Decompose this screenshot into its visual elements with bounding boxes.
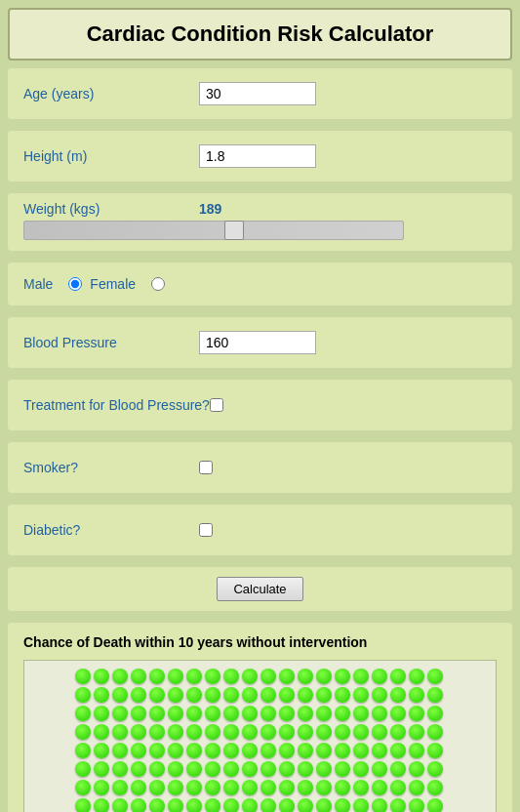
dot-cell bbox=[242, 724, 258, 740]
dot-cell bbox=[372, 743, 387, 758]
gender-female-radio[interactable] bbox=[151, 277, 165, 291]
bp-treatment-checkbox[interactable] bbox=[210, 398, 223, 412]
dot-cell bbox=[316, 687, 332, 703]
dot-cell bbox=[316, 669, 332, 684]
app-header: Cardiac Condition Risk Calculator bbox=[8, 8, 512, 61]
gender-female-label: Female bbox=[90, 276, 136, 292]
weight-slider-container bbox=[23, 217, 497, 243]
smoker-checkbox[interactable] bbox=[199, 461, 213, 474]
dot-cell bbox=[279, 743, 295, 758]
dot-cell bbox=[112, 798, 128, 812]
dot-cell bbox=[298, 669, 313, 684]
dot-cell bbox=[149, 761, 165, 777]
dot-cell bbox=[223, 669, 239, 684]
dot-cell bbox=[335, 687, 350, 703]
dot-cell bbox=[260, 761, 276, 777]
dot-cell bbox=[112, 780, 128, 795]
dot-cell bbox=[94, 761, 109, 777]
dot-cell bbox=[149, 687, 165, 703]
dot-cell bbox=[372, 798, 387, 812]
dot-cell bbox=[390, 743, 406, 758]
dot-cell bbox=[75, 780, 91, 795]
bp-treatment-row: Treatment for Blood Pressure? bbox=[23, 387, 497, 423]
gender-male-radio[interactable] bbox=[68, 277, 82, 291]
dot-cell bbox=[149, 724, 165, 740]
dot-cell bbox=[131, 798, 146, 812]
dot-cell bbox=[131, 780, 146, 795]
smoker-section: Smoker? bbox=[8, 442, 512, 493]
dot-cell bbox=[409, 743, 424, 758]
dot-cell bbox=[75, 724, 91, 740]
dot-cell bbox=[168, 669, 183, 684]
dot-cell bbox=[372, 706, 387, 721]
smoker-label: Smoker? bbox=[23, 460, 199, 475]
smoker-row: Smoker? bbox=[23, 450, 497, 485]
calculate-button[interactable]: Calculate bbox=[217, 577, 302, 601]
dot-cell bbox=[168, 706, 183, 721]
dot-cell bbox=[279, 724, 295, 740]
dot-cell bbox=[316, 706, 332, 721]
dot-cell bbox=[223, 743, 239, 758]
height-label: Height (m) bbox=[23, 148, 199, 164]
dot-cell bbox=[112, 706, 128, 721]
dot-cell bbox=[223, 761, 239, 777]
dot-cell bbox=[409, 669, 424, 684]
dot-cell bbox=[427, 798, 443, 812]
dot-cell bbox=[94, 669, 109, 684]
dot-cell bbox=[335, 724, 350, 740]
dot-cell bbox=[186, 761, 202, 777]
dot-cell bbox=[335, 669, 350, 684]
dot-cell bbox=[409, 798, 424, 812]
dot-cell bbox=[335, 798, 350, 812]
dot-cell bbox=[94, 706, 109, 721]
bp-label: Blood Pressure bbox=[23, 335, 199, 350]
dot-cell bbox=[316, 780, 332, 795]
dot-cell bbox=[242, 798, 258, 812]
dot-cell bbox=[279, 798, 295, 812]
height-input[interactable] bbox=[199, 144, 316, 168]
dot-cell bbox=[94, 724, 109, 740]
dot-grid-container bbox=[23, 660, 497, 812]
dot-cell bbox=[75, 687, 91, 703]
dot-cell bbox=[205, 669, 220, 684]
age-section: Age (years) bbox=[8, 68, 512, 119]
bp-row: Blood Pressure bbox=[23, 325, 497, 360]
diabetic-label: Diabetic? bbox=[23, 522, 199, 538]
dot-cell bbox=[390, 724, 406, 740]
dot-cell bbox=[427, 780, 443, 795]
dot-cell bbox=[409, 687, 424, 703]
dot-cell bbox=[409, 706, 424, 721]
weight-slider[interactable] bbox=[23, 221, 404, 240]
calculate-section: Calculate bbox=[8, 567, 512, 611]
dot-cell bbox=[186, 669, 202, 684]
dot-cell bbox=[279, 706, 295, 721]
result-section: Chance of Death within 10 years without … bbox=[8, 623, 512, 812]
dot-cell bbox=[298, 724, 313, 740]
dot-cell bbox=[168, 780, 183, 795]
dot-cell bbox=[131, 687, 146, 703]
dot-cell bbox=[279, 687, 295, 703]
dot-cell bbox=[390, 761, 406, 777]
dot-cell bbox=[298, 743, 313, 758]
dot-cell bbox=[390, 706, 406, 721]
bp-section: Blood Pressure bbox=[8, 317, 512, 368]
dot-cell bbox=[168, 724, 183, 740]
result-title: Chance of Death within 10 years without … bbox=[23, 634, 497, 650]
dot-cell bbox=[409, 780, 424, 795]
dot-cell bbox=[94, 798, 109, 812]
dot-cell bbox=[260, 706, 276, 721]
diabetic-checkbox[interactable] bbox=[199, 523, 213, 537]
dot-cell bbox=[242, 706, 258, 721]
dot-cell bbox=[223, 687, 239, 703]
dot-cell bbox=[353, 743, 369, 758]
dot-cell bbox=[131, 706, 146, 721]
dot-cell bbox=[427, 743, 443, 758]
dot-cell bbox=[335, 761, 350, 777]
age-input[interactable] bbox=[199, 82, 316, 105]
dot-cell bbox=[168, 798, 183, 812]
age-label: Age (years) bbox=[23, 86, 199, 102]
dot-cell bbox=[316, 761, 332, 777]
bp-input[interactable] bbox=[199, 331, 316, 354]
dot-cell bbox=[205, 743, 220, 758]
page-title: Cardiac Condition Risk Calculator bbox=[29, 21, 491, 47]
